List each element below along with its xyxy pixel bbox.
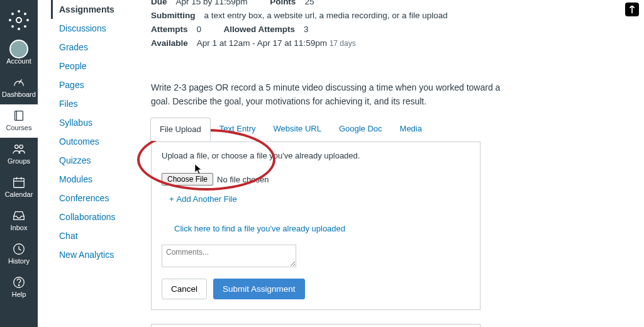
due-value: Apr 15 by 11:59pm: [176, 0, 248, 6]
book-icon: [0, 108, 38, 123]
calendar-icon: [0, 175, 38, 190]
global-nav-calendar[interactable]: Calendar: [0, 171, 38, 204]
course-nav-grades[interactable]: Grades: [53, 38, 152, 57]
attempts-label: Attempts: [151, 25, 188, 34]
course-nav-new-analytics[interactable]: New Analytics: [53, 245, 152, 264]
global-nav-groups[interactable]: Groups: [0, 138, 38, 171]
tab-file-upload[interactable]: File Upload: [150, 118, 211, 141]
clock-icon: [0, 241, 38, 257]
cursor-icon: [194, 164, 203, 175]
svg-rect-12: [14, 179, 25, 188]
available-value: Apr 1 at 12am - Apr 17 at 11:59pm: [197, 38, 327, 48]
global-nav-history[interactable]: History: [0, 238, 38, 271]
tab-media[interactable]: Media: [391, 118, 431, 141]
question-icon: [0, 275, 38, 290]
svg-point-6: [11, 25, 14, 28]
plus-icon: +: [169, 194, 174, 204]
speedometer-icon: [0, 75, 38, 90]
people-icon: [0, 141, 38, 157]
assignment-description: Write 2-3 pages OR record a 5 minute vid…: [151, 80, 503, 108]
course-nav-modules[interactable]: Modules: [53, 170, 152, 189]
svg-point-4: [11, 13, 14, 15]
tab-google-doc[interactable]: Google Doc: [330, 118, 391, 141]
points-value: 25: [304, 0, 314, 6]
svg-point-11: [19, 145, 23, 149]
upload-hint: Upload a file, or choose a file you've a…: [162, 151, 470, 160]
course-nav-pages[interactable]: Pages: [53, 75, 152, 94]
course-nav: AssignmentsDiscussionsGradesPeoplePagesF…: [45, 0, 152, 327]
allowed-attempts-value: 3: [304, 25, 309, 34]
submission-tabs: File UploadText EntryWebsite URLGoogle D…: [150, 118, 635, 141]
course-nav-conferences[interactable]: Conferences: [53, 189, 152, 208]
course-nav-assignments[interactable]: Assignments: [51, 0, 152, 19]
inbox-icon: [0, 208, 38, 223]
global-nav-help[interactable]: Help: [0, 271, 38, 304]
canvas-logo: [8, 9, 30, 31]
course-nav-syllabus[interactable]: Syllabus: [53, 113, 152, 132]
global-nav: AccountDashboardCoursesGroupsCalendarInb…: [0, 0, 38, 327]
svg-point-5: [24, 13, 26, 15]
global-nav-account[interactable]: Account: [0, 38, 38, 71]
svg-point-0: [18, 10, 20, 13]
svg-point-2: [9, 19, 11, 21]
attempts-value: 0: [197, 25, 202, 34]
avatar-icon: [0, 42, 38, 57]
global-nav-inbox[interactable]: Inbox: [0, 204, 38, 238]
points-label: Points: [270, 0, 296, 6]
course-nav-files[interactable]: Files: [53, 94, 152, 113]
tab-text-entry[interactable]: Text Entry: [211, 118, 265, 141]
svg-rect-9: [15, 111, 23, 121]
submitting-label: Submitting: [151, 11, 196, 20]
submit-assignment-button[interactable]: Submit Assignment: [213, 279, 305, 299]
no-file-chosen-text: No file chosen: [217, 175, 269, 184]
rubric-table: Writing Prompt CriteriaRatingsPts: [151, 324, 480, 327]
comments-textarea[interactable]: [162, 245, 296, 267]
file-picker: Choose File No file chosen: [162, 173, 470, 186]
due-label: Due: [151, 0, 167, 6]
global-nav-dashboard[interactable]: Dashboard: [0, 71, 38, 104]
available-label: Available: [151, 38, 188, 48]
course-nav-quizzes[interactable]: Quizzes: [53, 151, 152, 170]
course-nav-collaborations[interactable]: Collaborations: [53, 208, 152, 226]
svg-point-1: [18, 28, 20, 30]
svg-point-3: [26, 19, 29, 21]
svg-point-8: [16, 18, 21, 23]
course-nav-people[interactable]: People: [53, 57, 152, 75]
add-another-file-link[interactable]: + Add Another File: [169, 194, 470, 204]
global-nav-courses[interactable]: Courses: [0, 104, 38, 138]
find-uploaded-file-link[interactable]: Click here to find a file you've already…: [174, 224, 345, 233]
choose-file-button[interactable]: Choose File: [162, 173, 213, 186]
assignment-meta: DueApr 15 by 11:59pm Points25 Submitting…: [151, 0, 635, 50]
course-nav-discussions[interactable]: Discussions: [53, 19, 152, 38]
allowed-attempts-label: Allowed Attempts: [224, 25, 296, 34]
svg-point-7: [24, 25, 26, 28]
svg-point-15: [18, 285, 19, 285]
available-days: 17 days: [330, 39, 356, 48]
tab-website-url[interactable]: Website URL: [265, 118, 330, 141]
svg-point-10: [15, 145, 18, 149]
rubric-title: Writing Prompt: [152, 324, 480, 327]
course-nav-chat[interactable]: Chat: [53, 226, 152, 245]
cancel-button[interactable]: Cancel: [162, 279, 207, 299]
submitting-value: a text entry box, a website url, a media…: [204, 11, 448, 20]
course-nav-outcomes[interactable]: Outcomes: [53, 132, 152, 151]
assignment-page: DueApr 15 by 11:59pm Points25 Submitting…: [151, 0, 635, 327]
